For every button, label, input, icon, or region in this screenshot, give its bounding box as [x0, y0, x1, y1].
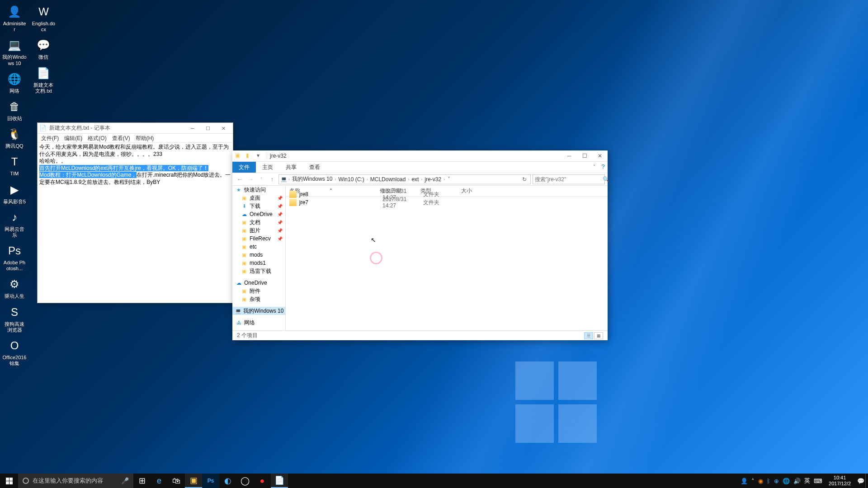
nav-item[interactable]: ▣图片📌	[232, 226, 285, 235]
notifications-icon[interactable]: 💬	[857, 478, 864, 484]
desktop-icon[interactable]: OOffice2016 锦集	[2, 338, 27, 366]
network-icon[interactable]: 🌐	[783, 478, 790, 484]
desktop-icon[interactable]: ▶暴风影音5	[2, 183, 27, 205]
ribbon-tab[interactable]: 共享	[279, 162, 303, 173]
chevron-right-icon[interactable]: ›	[442, 177, 446, 182]
desktop-icon[interactable]: 👤Adminisiter	[2, 5, 27, 33]
nav-item[interactable]: ▣mods	[232, 251, 285, 259]
up-button[interactable]: ↑	[268, 175, 277, 184]
desktop-icon[interactable]: 🗑回收站	[2, 99, 27, 122]
start-button[interactable]	[0, 474, 18, 488]
ribbon-tab[interactable]: 文件	[232, 162, 256, 173]
desktop-icon[interactable]: S搜狗高速浏览器	[2, 305, 27, 333]
details-view-button[interactable]: ☰	[584, 332, 593, 339]
security-icon[interactable]: ⊕	[774, 478, 779, 484]
desktop-icon[interactable]: 💬微信	[31, 38, 56, 60]
nav-item[interactable]: 🖧网络	[232, 319, 285, 327]
bluetooth-icon[interactable]: ᛒ	[767, 478, 770, 484]
menu-item[interactable]: 帮助(H)	[133, 134, 157, 142]
tray-app-icon[interactable]: ◉	[758, 478, 763, 484]
nav-item[interactable]: ▣桌面📌	[232, 194, 285, 202]
chevron-right-icon[interactable]: ›	[420, 177, 424, 182]
desktop-icon[interactable]: ♪网易云音乐	[2, 210, 27, 238]
maximize-button[interactable]: ☐	[200, 123, 216, 133]
desktop-icon[interactable]: TTIM	[2, 155, 27, 177]
maximize-button[interactable]: ☐	[577, 150, 592, 161]
taskbar-search[interactable]: 在这里输入你要搜索的内容 🎤	[18, 474, 133, 488]
qat-dropdown-icon[interactable]: ▾	[257, 152, 264, 160]
breadcrumb[interactable]: ext	[410, 176, 420, 183]
desktop-icon[interactable]: ⚙驱动人生	[2, 277, 27, 299]
menu-item[interactable]: 查看(V)	[109, 134, 133, 142]
help-icon[interactable]: ?	[599, 162, 608, 173]
nav-item[interactable]: ▣FileRecv📌	[232, 235, 285, 243]
notepad-content[interactable]: 今天，给大家带来网易装Mod教程和反崩端教程。废话少说，进入正题，至于为什么不用…	[38, 143, 233, 187]
notepad-taskbar-button[interactable]: 📄	[271, 474, 288, 488]
file-row[interactable]: jre82017/8/31 14:27文件夹	[286, 190, 608, 198]
menu-item[interactable]: 文件(F)	[38, 134, 61, 142]
nav-item[interactable]: ▣etc	[232, 243, 285, 251]
store-button[interactable]: 🛍	[168, 474, 185, 488]
chevron-right-icon[interactable]: ›	[406, 177, 410, 182]
ribbon-tab[interactable]: 主页	[256, 162, 279, 173]
desktop-icon[interactable]: PsAdobe Photosh...	[2, 244, 27, 272]
breadcrumb[interactable]: 我的Windows 10	[291, 175, 333, 183]
recent-dropdown-icon[interactable]: ˅	[257, 175, 266, 184]
search-icon[interactable]: 🔍	[603, 176, 609, 183]
notepad-titlebar[interactable]: 📄 新建文本文档.txt - 记事本 ─ ☐ ✕	[38, 123, 233, 134]
file-pane[interactable]: 名称 修改日期 类型 大小 ▴ jre82017/8/31 14:27文件夹jr…	[286, 186, 608, 330]
explorer-titlebar[interactable]: ▣ ▮ ▾ jre-v32 ─ ☐ ✕	[232, 150, 608, 162]
desktop-icon[interactable]: 🐧腾讯QQ	[2, 127, 27, 149]
photoshop-button[interactable]: Ps	[202, 474, 219, 488]
menu-item[interactable]: 格式(O)	[85, 134, 109, 142]
nav-item[interactable]: ⬇下载📌	[232, 202, 285, 210]
explorer-taskbar-button[interactable]: ▣	[185, 474, 202, 488]
search-box[interactable]: 🔍	[533, 174, 605, 184]
ribbon-tab[interactable]: 查看	[303, 162, 326, 173]
desktop-icon[interactable]: WEnglish.docx	[31, 5, 56, 33]
chevron-right-icon[interactable]: ›	[333, 177, 337, 182]
desktop-icon[interactable]: 💻我的Windows 10	[2, 38, 27, 66]
menu-item[interactable]: 编辑(E)	[61, 134, 85, 142]
clock[interactable]: 10:41 2017/12/2	[826, 475, 854, 487]
browser-button[interactable]: ◐	[219, 474, 236, 488]
ribbon-expand-icon[interactable]: ˅	[590, 162, 599, 173]
minimize-button[interactable]: ─	[185, 123, 200, 133]
desktop-icon[interactable]: 📄新建文本文档.txt	[31, 66, 56, 94]
record-button[interactable]: ●	[254, 474, 271, 488]
show-desktop-button[interactable]	[865, 474, 868, 488]
search-input[interactable]	[535, 176, 603, 183]
forward-button[interactable]: →	[246, 175, 255, 184]
desktop-icon[interactable]: 🌐网络	[2, 72, 27, 94]
close-button[interactable]: ✕	[592, 150, 608, 161]
nav-pane[interactable]: ★快速访问▣桌面📌⬇下载📌☁OneDrive📌▣文档📌▣图片📌▣FileRecv…	[232, 186, 286, 330]
mic-icon[interactable]: 🎤	[121, 477, 129, 484]
nav-item[interactable]: ☁OneDrive📌	[232, 210, 285, 218]
ime-indicator[interactable]: 英	[804, 477, 810, 485]
task-view-button[interactable]: ⊞	[133, 474, 151, 488]
tray-expand-icon[interactable]: ˄	[751, 478, 755, 484]
ime-icon[interactable]: ⌨	[814, 478, 822, 484]
explorer-window[interactable]: ▣ ▮ ▾ jre-v32 ─ ☐ ✕ 文件主页共享查看 ˅ ? ← → ˅ ↑…	[232, 150, 608, 340]
breadcrumb[interactable]: MCLDownload	[369, 176, 407, 183]
nav-item[interactable]: ▣杂项	[232, 295, 285, 303]
file-row[interactable]: jre72017/8/31 14:27文件夹	[286, 198, 608, 206]
nav-item[interactable]: ▣文档📌	[232, 218, 285, 226]
nav-item[interactable]: ▣附件	[232, 287, 285, 295]
minimize-button[interactable]: ─	[561, 150, 577, 161]
edge-button[interactable]: e	[151, 474, 168, 488]
nav-item[interactable]: ▣迅雷下载	[232, 267, 285, 275]
chevron-right-icon[interactable]: ›	[365, 177, 369, 182]
nav-item[interactable]: ▣mods1	[232, 259, 285, 267]
nav-item[interactable]: 💻我的Windows 10	[232, 307, 285, 315]
refresh-icon[interactable]: ↻	[520, 176, 528, 183]
icons-view-button[interactable]: ▦	[594, 332, 603, 339]
volume-icon[interactable]: 🔊	[793, 478, 801, 484]
app-button[interactable]: ◯	[236, 474, 254, 488]
close-button[interactable]: ✕	[216, 123, 231, 133]
back-button[interactable]: ←	[235, 175, 244, 184]
breadcrumb[interactable]: jre-v32	[424, 176, 442, 183]
address-dropdown-icon[interactable]: ˅	[446, 176, 452, 183]
people-icon[interactable]: 👤	[741, 478, 748, 484]
nav-item[interactable]: ★快速访问	[232, 186, 285, 194]
